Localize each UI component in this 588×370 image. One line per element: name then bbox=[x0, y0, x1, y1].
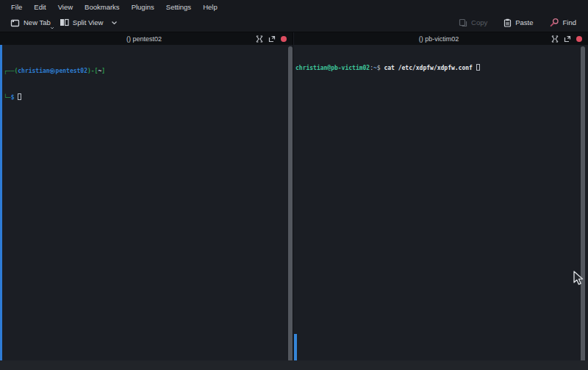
menu-help[interactable]: Help bbox=[198, 1, 223, 13]
detach-view-icon[interactable] bbox=[564, 35, 571, 43]
mouse-pointer-icon bbox=[573, 271, 584, 287]
find-label: Find bbox=[563, 18, 576, 26]
copy-button[interactable]: Copy bbox=[454, 15, 492, 30]
new-tab-label: New Tab bbox=[24, 18, 51, 26]
detach-view-icon[interactable] bbox=[268, 35, 276, 43]
terminal-cursor bbox=[18, 93, 21, 100]
right-pane-scroll-marker bbox=[294, 334, 297, 362]
maximize-view-icon[interactable] bbox=[256, 35, 263, 43]
toolbar-right-group: Copy Paste bbox=[454, 15, 588, 30]
find-button[interactable]: Find bbox=[545, 15, 581, 30]
terminal-pb-victim02[interactable]: christian@pb-victim02:~$ cat /etc/xdpfw/… bbox=[294, 45, 588, 360]
pane-header-pb-victim02: () pb-victim02 bbox=[294, 32, 588, 45]
menu-file[interactable]: File bbox=[6, 1, 27, 13]
menu-edit[interactable]: Edit bbox=[29, 1, 51, 13]
split-view-button[interactable]: Split View bbox=[55, 15, 123, 29]
split-view-label: Split View bbox=[73, 18, 104, 26]
new-tab-button[interactable]: New Tab bbox=[6, 15, 55, 30]
copy-label: Copy bbox=[471, 18, 487, 26]
menu-plugins[interactable]: Plugins bbox=[126, 1, 159, 13]
new-tab-icon bbox=[10, 18, 20, 27]
copy-icon bbox=[459, 18, 467, 27]
terminal-pentest02[interactable]: ┌──(christian㉿pentest02)-[~] └─$ bbox=[0, 45, 293, 360]
close-view-button[interactable] bbox=[576, 36, 582, 42]
konsole-window: File Edit View Bookmarks Plugins Setting… bbox=[0, 0, 588, 370]
window-bottom-edge bbox=[0, 360, 588, 370]
pane-header-buttons bbox=[256, 35, 293, 43]
pane-title: () pentest02 bbox=[0, 35, 256, 43]
menu-bookmarks[interactable]: Bookmarks bbox=[79, 1, 125, 13]
prompt-line: christian@pb-victim02:~$ cat /etc/xdpfw/… bbox=[295, 64, 581, 73]
menubar: File Edit View Bookmarks Plugins Setting… bbox=[0, 0, 588, 13]
split-view-icon bbox=[60, 18, 69, 26]
toolbar: New Tab Split View bbox=[0, 13, 588, 32]
paste-label: Paste bbox=[515, 18, 533, 26]
find-icon bbox=[550, 18, 559, 27]
pane-header-pentest02: () pentest02 bbox=[0, 32, 293, 45]
pane-title: () pb-victim02 bbox=[294, 35, 551, 43]
paste-button[interactable]: Paste bbox=[499, 15, 537, 30]
maximize-view-icon[interactable] bbox=[551, 35, 559, 43]
prompt-line-2: └─$ bbox=[4, 93, 285, 102]
menu-view[interactable]: View bbox=[53, 1, 78, 13]
terminal-cursor bbox=[476, 64, 480, 71]
prompt-line-1: ┌──(christian㉿pentest02)-[~] bbox=[4, 67, 285, 76]
pane-header-buttons bbox=[551, 35, 588, 43]
new-tab-dropdown-caret-icon bbox=[50, 26, 54, 29]
chevron-down-icon bbox=[111, 21, 118, 25]
right-pane-scrollbar[interactable] bbox=[581, 46, 585, 366]
close-view-button[interactable] bbox=[281, 36, 287, 42]
paste-icon bbox=[503, 18, 512, 27]
left-pane-focus-bar bbox=[0, 45, 2, 360]
left-pane-scrollbar[interactable] bbox=[288, 46, 293, 362]
menu-settings[interactable]: Settings bbox=[161, 1, 196, 13]
